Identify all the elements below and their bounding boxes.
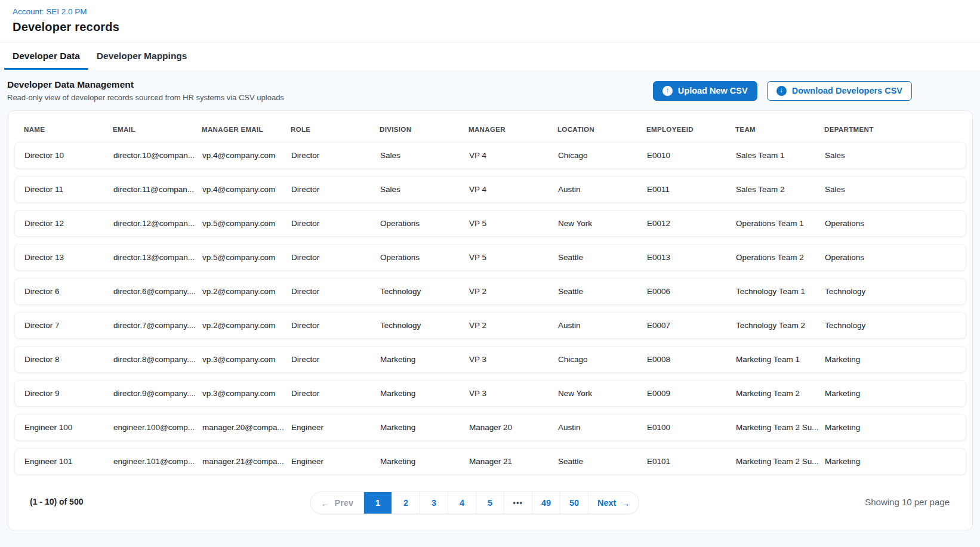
table-cell: Director	[291, 389, 380, 398]
table-cell: Seattle	[558, 253, 647, 262]
table-cell: Marketing	[380, 389, 469, 398]
upload-csv-label: Upload New CSV	[678, 86, 748, 95]
table-cell: Seattle	[558, 457, 647, 466]
table-cell: Engineer	[291, 423, 380, 432]
table-cell: vp.4@company.com	[202, 151, 291, 160]
column-header: DIVISION	[380, 126, 469, 133]
table-cell: director.11@compan...	[113, 185, 202, 194]
pagination-page-button[interactable]: 50	[560, 492, 588, 514]
arrow-left-icon: ←	[321, 499, 330, 508]
download-csv-label: Download Developers CSV	[792, 86, 902, 95]
page-title: Developer records	[13, 20, 968, 34]
table-cell: E0100	[647, 423, 736, 432]
table-cell: Marketing	[825, 389, 961, 398]
table-cell: E0008	[647, 355, 736, 364]
table-cell: Operations	[380, 219, 469, 228]
table-cell: Technology	[825, 321, 961, 330]
account-link[interactable]: Account: SEI 2.0 PM	[13, 7, 87, 16]
column-header: EMAIL	[113, 126, 202, 133]
table-cell: Marketing Team 2 Su...	[736, 423, 825, 432]
table-cell: VP 3	[469, 389, 558, 398]
pagination-page-button[interactable]: 2	[392, 492, 420, 514]
table-cell: vp.4@company.com	[202, 185, 291, 194]
table-cell: Director	[291, 253, 380, 262]
pagination-prev-button[interactable]: ← Prev	[311, 492, 363, 514]
section-header: Developer Data Management Read-only view…	[0, 70, 980, 110]
pagination-page-button[interactable]: 1	[363, 492, 392, 514]
tab-developer-mappings[interactable]: Developer Mappings	[88, 42, 196, 70]
table-cell: Sales	[825, 151, 961, 160]
table-cell: vp.3@company.com	[202, 355, 291, 364]
tab-developer-data[interactable]: Developer Data	[4, 42, 88, 70]
pagination-page-button[interactable]: 5	[476, 492, 504, 514]
table-cell: Technology	[380, 321, 469, 330]
content-area: Developer Data Management Read-only view…	[0, 70, 980, 547]
table-cell: Manager 21	[469, 457, 558, 466]
table-cell: Technology Team 1	[736, 287, 825, 296]
table-cell: VP 4	[469, 151, 558, 160]
table-cell: manager.21@compa...	[202, 457, 291, 466]
csv-button-group: ↑ Upload New CSV ↓ Download Developers C…	[653, 81, 912, 101]
pagination-prev-label: Prev	[335, 498, 353, 508]
table-cell: Director 9	[24, 389, 113, 398]
table-cell: Technology Team 2	[736, 321, 825, 330]
table-cell: VP 5	[469, 219, 558, 228]
table-cell: VP 5	[469, 253, 558, 262]
table-cell: Manager 20	[469, 423, 558, 432]
table-cell: Chicago	[558, 355, 647, 364]
table-cell: Operations Team 1	[736, 219, 825, 228]
table-cell: Director	[291, 287, 380, 296]
pagination-page-button[interactable]: 3	[420, 492, 448, 514]
table-cell: Director 13	[24, 253, 113, 262]
table-cell: Sales	[380, 185, 469, 194]
table-cell: E0009	[647, 389, 736, 398]
column-header: MANAGER EMAIL	[202, 126, 291, 133]
table-cell: E0011	[647, 185, 736, 194]
column-header: MANAGER	[469, 126, 557, 133]
table-cell: vp.5@company.com	[202, 219, 291, 228]
column-header: LOCATION	[557, 126, 646, 133]
table-cell: engineer.101@comp...	[113, 457, 202, 466]
table-cell: VP 2	[469, 321, 558, 330]
table-cell: Sales	[380, 151, 469, 160]
table-cell: director.10@compan...	[113, 151, 202, 160]
table-cell: Director 7	[24, 321, 113, 330]
table-cell: Sales Team 2	[736, 185, 825, 194]
table-body: Director 10director.10@compan...vp.4@com…	[14, 142, 966, 475]
developer-table-card: NAMEEMAILMANAGER EMAILROLEDIVISIONMANAGE…	[8, 110, 973, 530]
table-cell: director.9@company....	[113, 389, 202, 398]
column-header: DEPARTMENT	[824, 126, 961, 133]
table-cell: Sales Team 1	[736, 151, 825, 160]
pagination-page-button[interactable]: 4	[448, 492, 476, 514]
table-cell: Austin	[558, 321, 647, 330]
page-header: Account: SEI 2.0 PM Developer records	[0, 0, 980, 42]
table-cell: E0007	[647, 321, 736, 330]
section-title: Developer Data Management	[7, 79, 284, 90]
pagination-next-button[interactable]: Next →	[588, 492, 639, 514]
pagination-next-label: Next	[597, 498, 616, 508]
table-row: Director 8director.8@company....vp.3@com…	[14, 346, 966, 373]
table-cell: Director 11	[24, 185, 113, 194]
table-row: Engineer 101engineer.101@comp...manager.…	[14, 448, 966, 475]
table-cell: Marketing	[380, 355, 469, 364]
table-cell: Operations Team 2	[736, 253, 825, 262]
table-cell: Marketing	[825, 355, 961, 364]
table-header-row: NAMEEMAILMANAGER EMAILROLEDIVISIONMANAGE…	[14, 117, 966, 142]
table-cell: Marketing	[825, 457, 961, 466]
table-row: Director 13director.13@compan...vp.5@com…	[14, 244, 966, 271]
table-cell: Marketing Team 1	[736, 355, 825, 364]
pagination-page-button[interactable]: 49	[532, 492, 560, 514]
pagination-range-label: (1 - 10) of 500	[30, 492, 83, 506]
table-cell: Director	[291, 151, 380, 160]
table-cell: Technology	[825, 287, 961, 296]
column-header: NAME	[24, 126, 113, 133]
table-cell: Engineer 100	[24, 423, 113, 432]
table-cell: Technology	[380, 287, 469, 296]
table-cell: Austin	[558, 423, 647, 432]
download-csv-button[interactable]: ↓ Download Developers CSV	[767, 81, 912, 101]
download-arrow-icon: ↓	[776, 86, 787, 96]
table-row: Director 12director.12@compan...vp.5@com…	[14, 210, 966, 237]
table-cell: Engineer	[291, 457, 380, 466]
pagination-ellipsis: •••	[504, 492, 532, 514]
upload-csv-button[interactable]: ↑ Upload New CSV	[653, 81, 757, 101]
